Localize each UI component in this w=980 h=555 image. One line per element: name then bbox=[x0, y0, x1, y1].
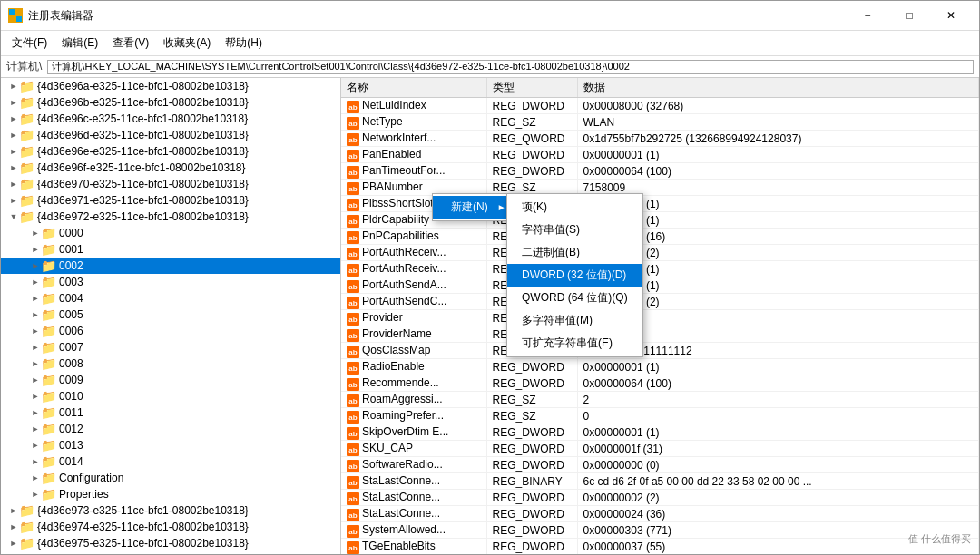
reg-data-cell: 0x00000064 (100) bbox=[577, 375, 979, 392]
tree-item[interactable]: ►📁0007 bbox=[1, 339, 340, 355]
tree-item-label: 0004 bbox=[59, 292, 83, 305]
reg-name-cell: abProviderName bbox=[341, 326, 486, 343]
tree-item-label: {4d36e96a-e325-11ce-bfc1-08002be10318} bbox=[37, 80, 249, 92]
tree-item[interactable]: ►📁{4d36e96f-e325-11ce-bfc1-08002be10318} bbox=[1, 160, 340, 176]
address-bar: 计算机\ bbox=[1, 56, 979, 78]
tree-arrow-icon: ► bbox=[30, 309, 41, 320]
reg-name-cell: abPortAuthSendC... bbox=[341, 294, 486, 310]
reg-name-cell: abQosClassMap bbox=[341, 343, 486, 359]
table-row[interactable]: abStaLastConne... REG_BINARY 6c cd d6 2f… bbox=[341, 473, 979, 490]
folder-icon: 📁 bbox=[41, 291, 56, 306]
tree-item[interactable]: ►📁Configuration bbox=[1, 470, 340, 486]
tree-item[interactable]: ►📁0001 bbox=[1, 241, 340, 258]
menu-favorites[interactable]: 收藏夹(A) bbox=[156, 33, 218, 54]
svg-rect-0 bbox=[9, 9, 15, 15]
minimize-button[interactable]: − bbox=[847, 6, 888, 24]
tree-item-label: 0011 bbox=[59, 406, 83, 419]
table-row[interactable]: abPortAuthReceiv... REG_DWORD 0x00000001… bbox=[341, 261, 979, 278]
table-row[interactable]: abRoamingPrefer... REG_SZ 0 bbox=[341, 408, 979, 424]
table-row[interactable]: abSKU_CAP REG_DWORD 0x0000001f (31) bbox=[341, 441, 979, 457]
tree-item[interactable]: ►📁0013 bbox=[1, 437, 340, 453]
tree-item[interactable]: ►📁{4d36e977-e325-11ce-bfc1-08002be10318} bbox=[1, 551, 340, 554]
folder-icon: 📁 bbox=[41, 275, 56, 289]
tree-item[interactable]: ►📁{4d36e970-e325-11ce-bfc1-08002be10318} bbox=[1, 176, 340, 192]
table-row[interactable]: abPanTimeoutFor... REG_DWORD 0x00000064 … bbox=[341, 163, 979, 180]
table-row[interactable]: abProvider REG_SZ Intel bbox=[341, 310, 979, 326]
folder-icon: 📁 bbox=[41, 471, 56, 485]
address-input[interactable] bbox=[47, 60, 974, 74]
reg-name-cell: abPibssShortSlot bbox=[341, 196, 486, 212]
tree-item[interactable]: ►📁0000 bbox=[1, 225, 340, 241]
menu-file[interactable]: 文件(F) bbox=[5, 33, 54, 54]
reg-data-cell: 0x1d755bf7b292725 (132668994924128037) bbox=[577, 131, 979, 147]
table-row[interactable]: abRecommende... REG_DWORD 0x00000064 (10… bbox=[341, 375, 979, 392]
reg-entry-icon: ab bbox=[347, 361, 359, 374]
tree-item[interactable]: ►📁0002 bbox=[1, 258, 340, 274]
table-row[interactable]: abPanEnabled REG_DWORD 0x00000001 (1) bbox=[341, 147, 979, 163]
reg-data-cell: 0x00008000 (32768) bbox=[577, 98, 979, 114]
reg-name-cell: abSKU_CAP bbox=[341, 441, 486, 457]
table-row[interactable]: abPldrCapability REG_DWORD 0x00000001 (1… bbox=[341, 212, 979, 229]
tree-arrow-icon: ► bbox=[8, 113, 19, 124]
tree-item-label: Configuration bbox=[59, 472, 123, 484]
reg-name-cell: abPnPCapabilities bbox=[341, 229, 486, 245]
col-header-name: 名称 bbox=[341, 78, 486, 98]
close-button[interactable]: ✕ bbox=[930, 6, 972, 24]
tree-item[interactable]: ▼📁{4d36e972-e325-11ce-bfc1-08002be10318} bbox=[1, 209, 340, 225]
table-row[interactable]: abPortAuthReceiv... REG_DWORD 0x00000002… bbox=[341, 245, 979, 261]
table-row[interactable]: abStaLastConne... REG_DWORD 0x00000002 (… bbox=[341, 490, 979, 506]
table-row[interactable]: abSkipOverDtim E... REG_DWORD 0x00000001… bbox=[341, 424, 979, 441]
reg-type-cell: REG_DWORD bbox=[486, 196, 577, 212]
table-row[interactable]: abPortAuthSendC... REG_DWORD 0x00000002 … bbox=[341, 294, 979, 310]
tree-item[interactable]: ►📁{4d36e96a-e325-11ce-bfc1-08002be10318} bbox=[1, 78, 340, 94]
tree-arrow-icon: ► bbox=[30, 407, 41, 418]
table-row[interactable]: abNetLuidIndex REG_DWORD 0x00008000 (327… bbox=[341, 98, 979, 114]
tree-item[interactable]: ►📁0008 bbox=[1, 355, 340, 372]
reg-entry-icon: ab bbox=[347, 410, 359, 423]
table-row[interactable]: abSystemAllowed... REG_DWORD 0x00000303 … bbox=[341, 522, 979, 539]
table-row[interactable]: abProviderName REG_SZ Intel bbox=[341, 326, 979, 343]
maximize-button[interactable]: □ bbox=[888, 6, 930, 24]
folder-icon: 📁 bbox=[41, 340, 56, 355]
table-row[interactable]: abRoamAggressi... REG_SZ 2 bbox=[341, 392, 979, 408]
tree-item[interactable]: ►📁0009 bbox=[1, 372, 340, 388]
tree-item[interactable]: ►📁0010 bbox=[1, 388, 340, 404]
table-row[interactable]: abTGeEnableBits REG_DWORD 0x00000037 (55… bbox=[341, 539, 979, 555]
reg-entry-icon: ab bbox=[347, 492, 359, 504]
tree-item[interactable]: ►📁0012 bbox=[1, 421, 340, 437]
tree-item[interactable]: ►📁{4d36e973-e325-11ce-bfc1-08002be10318} bbox=[1, 502, 340, 519]
table-row[interactable]: abPBANumber REG_SZ 7158009 bbox=[341, 180, 979, 196]
menu-edit[interactable]: 编辑(E) bbox=[54, 33, 105, 54]
tree-item[interactable]: ►📁{4d36e96e-e325-11ce-bfc1-08002be10318} bbox=[1, 143, 340, 160]
tree-arrow-icon: ► bbox=[30, 489, 41, 500]
tree-item[interactable]: ►📁0011 bbox=[1, 404, 340, 421]
tree-item[interactable]: ►📁{4d36e974-e325-11ce-bfc1-08002be10318} bbox=[1, 519, 340, 535]
tree-item[interactable]: ►📁Properties bbox=[1, 486, 340, 502]
table-row[interactable]: abSoftwareRadio... REG_DWORD 0x00000000 … bbox=[341, 457, 979, 473]
tree-arrow-icon: ► bbox=[8, 521, 19, 532]
tree-item[interactable]: ►📁{4d36e975-e325-11ce-bfc1-08002be10318} bbox=[1, 535, 340, 551]
table-row[interactable]: abPnPCapabilities REG_DWORD 0x00000010 (… bbox=[341, 229, 979, 245]
tree-item[interactable]: ►📁0014 bbox=[1, 453, 340, 470]
table-row[interactable]: abStaLastConne... REG_DWORD 0x00000024 (… bbox=[341, 506, 979, 522]
menu-view[interactable]: 查看(V) bbox=[105, 33, 156, 54]
tree-item[interactable]: ►📁{4d36e96b-e325-11ce-bfc1-08002be10318} bbox=[1, 94, 340, 111]
table-row[interactable]: abNetType REG_SZ WLAN bbox=[341, 114, 979, 131]
table-row[interactable]: abNetworkInterf... REG_QWORD 0x1d755bf7b… bbox=[341, 131, 979, 147]
tree-panel[interactable]: ►📁{4d36e96a-e325-11ce-bfc1-08002be10318}… bbox=[1, 78, 341, 554]
table-row[interactable]: abPibssShortSlot REG_DWORD 0x00000001 (1… bbox=[341, 196, 979, 212]
tree-item[interactable]: ►📁0005 bbox=[1, 307, 340, 323]
table-row[interactable]: abQosClassMap REG_SZ 000000002111111112 bbox=[341, 343, 979, 359]
menu-help[interactable]: 帮助(H) bbox=[218, 33, 270, 54]
tree-item[interactable]: ►📁{4d36e96c-e325-11ce-bfc1-08002be10318} bbox=[1, 111, 340, 127]
tree-item[interactable]: ►📁{4d36e971-e325-11ce-bfc1-08002be10318} bbox=[1, 192, 340, 209]
tree-item[interactable]: ►📁0003 bbox=[1, 274, 340, 290]
folder-icon: 📁 bbox=[41, 324, 56, 338]
table-row[interactable]: abRadioEnable REG_DWORD 0x00000001 (1) bbox=[341, 359, 979, 375]
reg-entry-icon: ab bbox=[347, 426, 359, 439]
table-row[interactable]: abPortAuthSendA... REG_DWORD 0x00000001 … bbox=[341, 278, 979, 294]
reg-data-cell: 7158009 bbox=[577, 180, 979, 196]
tree-item[interactable]: ►📁0006 bbox=[1, 323, 340, 339]
tree-item[interactable]: ►📁{4d36e96d-e325-11ce-bfc1-08002be10318} bbox=[1, 127, 340, 143]
tree-item[interactable]: ►📁0004 bbox=[1, 290, 340, 307]
